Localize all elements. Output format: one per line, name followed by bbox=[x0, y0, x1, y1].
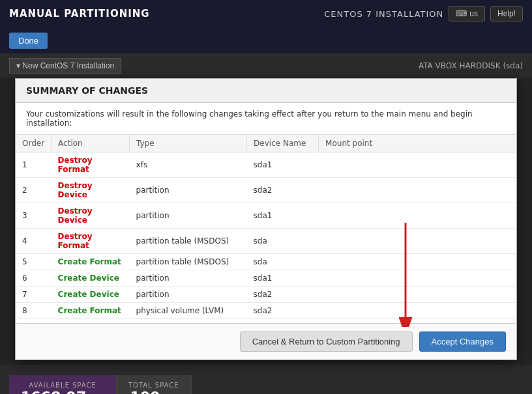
keyboard-lang: us bbox=[469, 9, 478, 18]
top-bar-right: CENTOS 7 INSTALLATION ⌨ us Help! bbox=[324, 6, 523, 21]
bottom-bar: AVAILABLE SPACE 1668.97 MiB TOTAL SPACE … bbox=[0, 365, 532, 394]
cell-type: lvmvg bbox=[130, 319, 247, 324]
cell-action: Destroy Format bbox=[52, 152, 130, 178]
cell-order: 5 bbox=[16, 254, 52, 270]
cell-device: sda2 bbox=[247, 178, 319, 203]
modal-description: Your customizations will result in the f… bbox=[16, 103, 516, 135]
keyboard-button[interactable]: ⌨ us bbox=[449, 6, 485, 21]
table-row: 3 Destroy Device partition sda1 bbox=[16, 203, 516, 229]
accept-changes-button[interactable]: Accept Changes bbox=[419, 331, 506, 352]
app-title: MANUAL PARTITIONING bbox=[9, 8, 150, 20]
cell-device: sda1 bbox=[247, 270, 319, 287]
hdd-label: ATA VBOX HARDDISK (sda) bbox=[419, 61, 523, 70]
cell-action: Create Device bbox=[52, 287, 130, 303]
cell-type: partition bbox=[130, 270, 247, 287]
total-value: 100 bbox=[130, 389, 160, 394]
cell-order: 8 bbox=[16, 303, 52, 319]
cell-mount bbox=[319, 203, 516, 229]
cell-order: 6 bbox=[16, 270, 52, 287]
cell-mount bbox=[319, 152, 516, 178]
cell-action: Create Device bbox=[52, 270, 130, 287]
cell-action: Destroy Device bbox=[52, 203, 130, 229]
cell-type: partition table (MSDOS) bbox=[130, 254, 247, 270]
available-value: 1668.97 bbox=[21, 389, 86, 394]
cell-mount bbox=[319, 254, 516, 270]
cell-order: 2 bbox=[16, 178, 52, 203]
cell-type: physical volume (LVM) bbox=[130, 303, 247, 319]
table-row: 4 Destroy Format partition table (MSDOS)… bbox=[16, 229, 516, 254]
modal-overlay: SUMMARY OF CHANGES Your customizations w… bbox=[0, 78, 532, 365]
cell-order: 7 bbox=[16, 287, 52, 303]
table-row: 5 Create Format partition table (MSDOS) … bbox=[16, 254, 516, 270]
cell-device: sda1 bbox=[247, 152, 319, 178]
table-row: 8 Create Format physical volume (LVM) sd… bbox=[16, 303, 516, 319]
centos-install-label: CENTOS 7 INSTALLATION bbox=[324, 9, 443, 19]
table-row: 2 Destroy Device partition sda2 bbox=[16, 178, 516, 203]
cancel-button[interactable]: Cancel & Return to Custom Partitioning bbox=[240, 331, 413, 352]
cell-action: Create Format bbox=[52, 303, 130, 319]
cell-order: 3 bbox=[16, 203, 52, 229]
top-bar: MANUAL PARTITIONING CENTOS 7 INSTALLATIO… bbox=[0, 0, 532, 27]
available-space-block: AVAILABLE SPACE 1668.97 MiB bbox=[9, 375, 117, 394]
col-header-action: Action bbox=[52, 135, 130, 152]
cell-device: sda2 bbox=[247, 303, 319, 319]
col-header-order: Order bbox=[16, 135, 52, 152]
cell-mount bbox=[319, 178, 516, 203]
keyboard-icon: ⌨ bbox=[456, 9, 467, 18]
changes-tbody: 1 Destroy Format xfs sda1 2 Destroy Devi… bbox=[16, 152, 516, 324]
cell-device: sda bbox=[247, 229, 319, 254]
cell-action: Create Format bbox=[52, 254, 130, 270]
cell-device: sda2 bbox=[247, 287, 319, 303]
cell-device: sda1 bbox=[247, 203, 319, 229]
cell-device: sda bbox=[247, 254, 319, 270]
cell-action: Destroy Device bbox=[52, 178, 130, 203]
new-install-button[interactable]: ▾ New CentOS 7 Installation bbox=[9, 58, 121, 74]
cell-order: 9 bbox=[16, 319, 52, 324]
cell-mount bbox=[319, 303, 516, 319]
table-row: 6 Create Device partition sda1 bbox=[16, 270, 516, 287]
modal-title: SUMMARY OF CHANGES bbox=[16, 79, 516, 103]
main-area: SUMMARY OF CHANGES Your customizations w… bbox=[0, 78, 532, 365]
cell-order: 4 bbox=[16, 229, 52, 254]
sub-header: ▾ New CentOS 7 Installation ATA VBOX HAR… bbox=[0, 53, 532, 78]
col-header-mount: Mount point bbox=[319, 135, 516, 152]
cell-type: partition table (MSDOS) bbox=[130, 229, 247, 254]
done-button[interactable]: Done bbox=[9, 33, 48, 49]
help-button[interactable]: Help! bbox=[490, 6, 523, 21]
total-space-block: TOTAL SPACE 100 GiB bbox=[117, 375, 192, 394]
cell-mount bbox=[319, 229, 516, 254]
total-label: TOTAL SPACE bbox=[128, 382, 179, 389]
col-header-type: Type bbox=[130, 135, 247, 152]
cell-order: 1 bbox=[16, 152, 52, 178]
available-label: AVAILABLE SPACE bbox=[29, 382, 96, 389]
table-row: 7 Create Device partition sda2 bbox=[16, 287, 516, 303]
summary-modal: SUMMARY OF CHANGES Your customizations w… bbox=[15, 78, 517, 360]
cell-type: xfs bbox=[130, 152, 247, 178]
cell-type: partition bbox=[130, 203, 247, 229]
table-row: 1 Destroy Format xfs sda1 bbox=[16, 152, 516, 178]
changes-table-wrapper[interactable]: Order Action Type Device Name Mount poin… bbox=[16, 135, 516, 324]
cell-mount bbox=[319, 287, 516, 303]
cell-mount bbox=[319, 319, 516, 324]
modal-footer: Cancel & Return to Custom Partitioning A… bbox=[16, 324, 516, 359]
cell-action: Destroy Format bbox=[52, 229, 130, 254]
cell-type: partition bbox=[130, 287, 247, 303]
cell-action: Create Device bbox=[52, 319, 130, 324]
changes-table: Order Action Type Device Name Mount poin… bbox=[16, 135, 516, 324]
cell-device: centos bbox=[247, 319, 319, 324]
col-header-device: Device Name bbox=[247, 135, 319, 152]
cell-mount bbox=[319, 270, 516, 287]
table-header-row: Order Action Type Device Name Mount poin… bbox=[16, 135, 516, 152]
table-row: 9 Create Device lvmvg centos bbox=[16, 319, 516, 324]
cell-type: partition bbox=[130, 178, 247, 203]
